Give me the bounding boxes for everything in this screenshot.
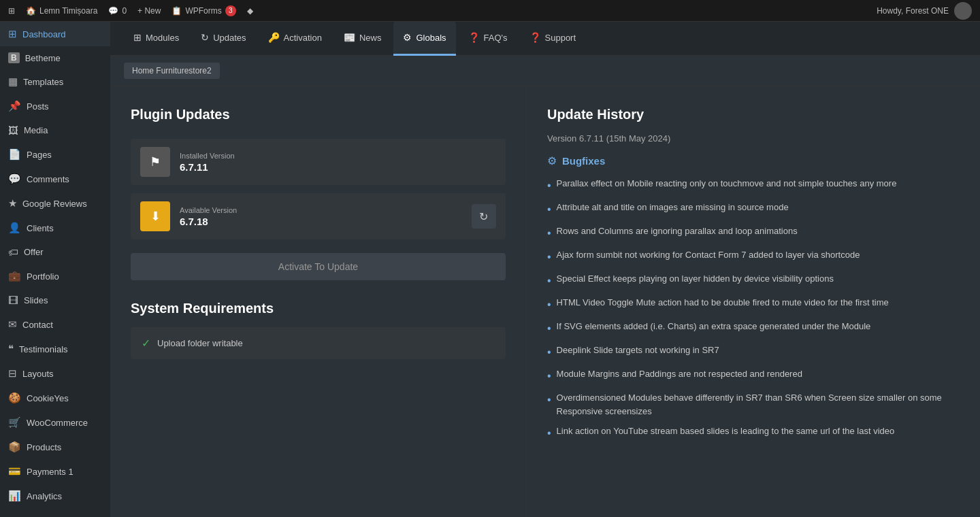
sidebar-label-offer: Offer [24, 247, 44, 257]
slides-icon: 🎞 [8, 295, 18, 306]
sidebar-item-google-reviews[interactable]: ★ Google Reviews [0, 191, 110, 216]
comment-icon: 💬 [108, 6, 118, 16]
sidebar-item-testimonials[interactable]: ❝ Testimonials [0, 337, 110, 361]
available-label: Available Version [180, 206, 462, 214]
list-item: •Link action on YouTube stream based sli… [547, 424, 960, 441]
available-version: 6.7.18 [180, 216, 462, 227]
tab-updates[interactable]: ↻ Updates [191, 22, 255, 56]
wp-logo[interactable]: ⊞ [8, 6, 15, 16]
version-label: Version 6.7.11 (15th May 2024) [547, 133, 960, 144]
sidebar-label-products: Products [27, 442, 61, 452]
list-item: •Deeplink Slide targets not working in S… [547, 344, 960, 361]
sidebar-item-analytics[interactable]: 📊 Analytics [0, 484, 110, 508]
sidebar-label-betheme: Betheme [25, 53, 61, 63]
activate-update-button[interactable]: Activate To Update [131, 253, 506, 280]
update-history-title: Update History [547, 107, 960, 122]
tab-activation[interactable]: 🔑 Activation [259, 22, 331, 56]
tab-support[interactable]: ❓ Support [520, 22, 586, 56]
new-link[interactable]: + New [137, 6, 161, 16]
diamond-link[interactable]: ◆ [247, 6, 253, 16]
sidebar-item-clients[interactable]: 👤 Clients [0, 216, 110, 240]
tab-globals[interactable]: ⚙ Globals [393, 22, 455, 56]
offer-icon: 🏷 [8, 246, 18, 258]
wpforms-link[interactable]: 📋 WPForms 3 [172, 5, 235, 16]
sidebar-item-betheme[interactable]: B Betheme [0, 46, 110, 69]
list-item: •Ajax form sumbit not working for Contac… [547, 248, 960, 265]
list-item: •Rows and Columns are ignoring parallax … [547, 224, 960, 241]
list-item: •Module Margins and Paddings are not res… [547, 367, 960, 384]
list-item: •If SVG elements added (i.e. Charts) an … [547, 320, 960, 337]
two-col-layout: Plugin Updates ⚑ Installed Version 6.7.1… [110, 86, 980, 517]
sidebar-label-clients: Clients [27, 223, 54, 233]
support-icon: ❓ [529, 32, 541, 43]
greeting: Howdy, Forest ONE [877, 2, 972, 20]
avatar [954, 2, 972, 20]
available-info: Available Version 6.7.18 [180, 206, 462, 227]
sidebar-label-dashboard: Dashboard [22, 29, 66, 39]
wp-icon: ⊞ [8, 6, 15, 16]
refresh-button[interactable]: ↻ [472, 204, 496, 229]
bullet-icon: • [547, 201, 551, 218]
sidebar: ⊞ Dashboard B Betheme ▦ Templates 📌 Post… [0, 22, 110, 517]
list-item: •HTML Video Toggle Mute action had to be… [547, 296, 960, 313]
bugfix-list: •Parallax effect on Mobile reacting only… [547, 177, 960, 441]
list-item: •Special Effect keeps playing on layer h… [547, 272, 960, 289]
faqs-icon: ❓ [468, 32, 480, 43]
sidebar-item-dashboard[interactable]: ⊞ Dashboard [0, 22, 110, 46]
sidebar-item-comments[interactable]: 💬 Comments [0, 167, 110, 191]
gear-icon: ⚙ [547, 154, 557, 167]
sidebar-item-cookieyes[interactable]: 🍪 CookieYes [0, 386, 110, 410]
bugfix-title: Bugfixes [562, 155, 605, 167]
posts-icon: 📌 [8, 100, 21, 112]
testimonials-icon: ❝ [8, 343, 14, 355]
available-version-card: ⬇ Available Version 6.7.18 ↻ [131, 193, 506, 239]
req-label-upload: Upload folder writable [157, 338, 243, 348]
site-name[interactable]: 🏠 Lemn Timișoara [26, 6, 97, 16]
bullet-icon: • [547, 297, 551, 313]
sidebar-item-payments[interactable]: 💳 Payments 1 [0, 459, 110, 484]
sidebar-item-posts[interactable]: 📌 Posts [0, 94, 110, 118]
bullet-icon: • [547, 425, 551, 441]
sidebar-item-layouts[interactable]: ⊟ Layouts [0, 361, 110, 386]
tab-modules[interactable]: ⊞ Modules [124, 22, 189, 56]
sidebar-label-contact: Contact [22, 320, 53, 330]
left-column: Plugin Updates ⚑ Installed Version 6.7.1… [110, 86, 527, 517]
tab-news[interactable]: 📰 News [334, 22, 391, 56]
tab-faqs[interactable]: ❓ FAQ's [459, 22, 517, 56]
analytics-icon: 📊 [8, 490, 21, 502]
products-icon: 📦 [8, 441, 21, 453]
sidebar-label-posts: Posts [27, 101, 49, 112]
sidebar-label-layouts: Layouts [22, 369, 54, 379]
sidebar-item-offer[interactable]: 🏷 Offer [0, 240, 110, 264]
plugin-updates-title: Plugin Updates [131, 107, 506, 122]
updates-icon: ↻ [201, 32, 209, 43]
sidebar-item-slides[interactable]: 🎞 Slides [0, 288, 110, 312]
sidebar-label-woocommerce: WooCommerce [27, 418, 88, 428]
sidebar-item-products[interactable]: 📦 Products [0, 435, 110, 459]
sidebar-item-media[interactable]: 🖼 Media [0, 118, 110, 142]
contact-icon: ✉ [8, 318, 17, 331]
sidebar-item-contact[interactable]: ✉ Contact [0, 312, 110, 337]
check-icon: ✓ [142, 337, 150, 350]
sidebar-item-woocommerce[interactable]: 🛒 WooCommerce [0, 410, 110, 435]
bullet-icon: • [547, 320, 551, 337]
bullet-icon: • [547, 178, 551, 194]
list-item: •Attribute alt and title on images are m… [547, 201, 960, 218]
modules-icon: ⊞ [133, 32, 142, 43]
sidebar-item-pages[interactable]: 📄 Pages [0, 142, 110, 167]
bullet-icon: • [547, 392, 551, 408]
sys-req-title: System Requirements [131, 301, 506, 316]
bullet-icon: • [547, 273, 551, 289]
google-reviews-icon: ★ [8, 197, 17, 210]
sidebar-label-slides: Slides [24, 295, 48, 305]
req-item-upload: ✓ Upload folder writable [131, 327, 506, 359]
sidebar-item-portfolio[interactable]: 💼 Portfolio [0, 264, 110, 288]
content-area: ⊞ Modules ↻ Updates 🔑 Activation 📰 News … [110, 22, 980, 517]
bullet-icon: • [547, 249, 551, 265]
comments-link[interactable]: 💬 0 [108, 6, 127, 16]
pages-icon: 📄 [8, 148, 21, 161]
bullet-icon: • [547, 368, 551, 384]
sidebar-item-templates[interactable]: ▦ Templates [0, 69, 110, 94]
betheme-icon: B [8, 52, 20, 63]
sidebar-label-media: Media [24, 125, 48, 135]
